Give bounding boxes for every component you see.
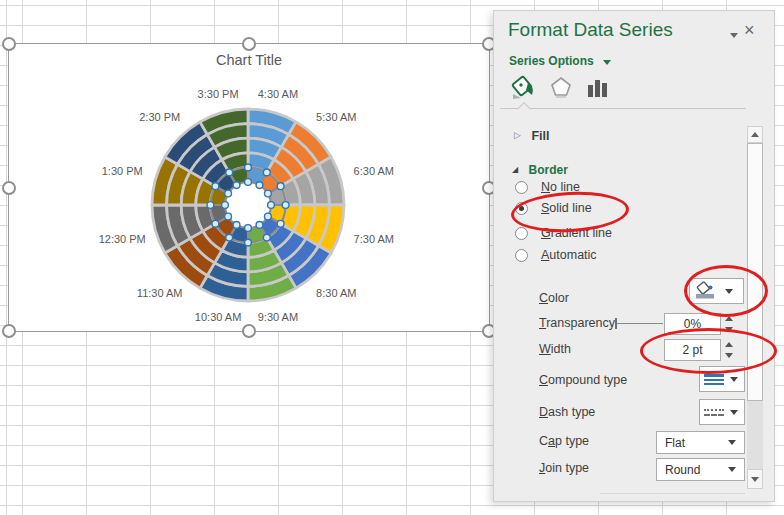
selection-handle[interactable] xyxy=(212,220,219,227)
selection-handle[interactable] xyxy=(226,234,233,241)
width-input[interactable]: 2 pt xyxy=(664,339,721,361)
fill-line-tab[interactable] xyxy=(511,73,539,105)
no-line-label[interactable]: No line xyxy=(541,180,580,194)
selection-handle[interactable] xyxy=(256,222,263,229)
spin-down-icon[interactable] xyxy=(725,327,733,332)
category-label[interactable]: 7:30 AM xyxy=(354,233,394,245)
category-label[interactable]: 4:30 AM xyxy=(258,88,298,100)
selection-handle[interactable] xyxy=(265,190,272,197)
category-label[interactable]: 8:30 AM xyxy=(316,287,356,299)
compound-type-dropdown[interactable] xyxy=(699,366,745,392)
selection-handle[interactable] xyxy=(256,182,263,189)
doughnut-chart[interactable]: 4:30 AM5:30 AM6:30 AM7:30 AM8:30 AM9:30 … xyxy=(98,55,398,355)
category-label[interactable]: 6:30 AM xyxy=(354,165,394,177)
automatic-label[interactable]: Automatic xyxy=(541,248,597,262)
radio-solid-line[interactable] xyxy=(515,202,528,215)
category-label[interactable]: 1:30 PM xyxy=(102,165,143,177)
expanded-triangle-icon: ◢ xyxy=(512,165,518,174)
selection-handle[interactable] xyxy=(268,202,275,209)
close-icon[interactable]: × xyxy=(744,20,755,41)
bar-chart-icon xyxy=(586,75,610,99)
scroll-up-button[interactable] xyxy=(747,126,763,143)
effects-tab[interactable] xyxy=(549,75,573,103)
transparency-slider-track[interactable] xyxy=(617,323,663,324)
fill-section-header[interactable]: ▷ Fill xyxy=(514,126,549,144)
dash-type-dropdown[interactable] xyxy=(699,399,745,425)
selection-handle[interactable] xyxy=(212,183,219,190)
chart-resize-handle[interactable] xyxy=(2,37,16,51)
pane-options-arrow-icon[interactable] xyxy=(730,33,738,38)
selection-handle[interactable] xyxy=(207,202,214,209)
selection-handle[interactable] xyxy=(277,183,284,190)
excel-worksheet: { "chart": { "title": "Chart Title", "ty… xyxy=(0,0,784,515)
selection-handle[interactable] xyxy=(263,234,270,241)
gradient-line-label[interactable]: Gradient line xyxy=(541,226,612,240)
pane-scrollbar[interactable] xyxy=(747,126,763,489)
selection-handle[interactable] xyxy=(245,179,252,186)
selection-handle[interactable] xyxy=(277,220,284,227)
transparency-input[interactable]: 0% xyxy=(664,313,721,335)
selection-handle[interactable] xyxy=(282,202,289,209)
selection-handle[interactable] xyxy=(245,239,252,246)
compound-type-label: Compound type xyxy=(539,373,627,387)
chart-resize-handle[interactable] xyxy=(242,37,256,51)
pane-title: Format Data Series xyxy=(508,19,673,41)
join-type-label: Join type xyxy=(539,461,589,475)
selection-handle[interactable] xyxy=(233,182,240,189)
category-label[interactable]: 9:30 AM xyxy=(258,311,298,323)
selection-handle[interactable] xyxy=(245,225,252,232)
category-label[interactable]: 3:30 PM xyxy=(198,88,239,100)
cap-type-dropdown[interactable]: Flat xyxy=(656,431,745,454)
chart-object[interactable]: Chart Title 4:30 AM5:30 AM6:30 AM7:30 AM… xyxy=(8,43,490,332)
series-options-tab[interactable] xyxy=(586,75,610,103)
cap-type-value: Flat xyxy=(665,436,685,450)
chart-resize-handle[interactable] xyxy=(242,324,256,338)
selection-handle[interactable] xyxy=(265,213,272,220)
selection-handle[interactable] xyxy=(222,202,229,209)
category-label[interactable]: 11:30 AM xyxy=(137,287,183,299)
dropdown-arrow-icon xyxy=(728,467,736,472)
series-options-arrow-icon xyxy=(603,60,611,65)
radio-no-line[interactable] xyxy=(515,181,528,194)
border-section-label: Border xyxy=(529,163,568,177)
pentagon-icon xyxy=(549,75,573,99)
category-label[interactable]: 5:30 AM xyxy=(316,111,356,123)
category-label[interactable]: 10:30 AM xyxy=(195,311,241,323)
compound-lines-icon xyxy=(704,372,724,387)
join-type-dropdown[interactable]: Round xyxy=(656,458,745,481)
collapsed-triangle-icon: ▷ xyxy=(514,130,521,140)
category-label[interactable]: 2:30 PM xyxy=(139,111,180,123)
scroll-down-icon xyxy=(751,477,759,482)
spin-up-icon[interactable] xyxy=(725,316,733,321)
dash-pattern-icon xyxy=(704,407,724,418)
width-spinner[interactable] xyxy=(725,342,733,358)
radio-automatic[interactable] xyxy=(515,249,528,262)
color-label: Color xyxy=(539,291,569,305)
chart-resize-handle[interactable] xyxy=(2,324,16,338)
scroll-up-icon xyxy=(751,132,759,137)
spin-up-icon[interactable] xyxy=(725,342,733,347)
selection-handle[interactable] xyxy=(225,190,232,197)
series-options-label: Series Options xyxy=(509,54,594,68)
chart-resize-handle[interactable] xyxy=(2,181,16,195)
radio-gradient-line[interactable] xyxy=(515,227,528,240)
dropdown-arrow-icon xyxy=(725,289,733,294)
spin-down-icon[interactable] xyxy=(725,353,733,358)
series-options-menu[interactable]: Series Options xyxy=(509,51,611,69)
fill-section-label: Fill xyxy=(531,129,549,143)
dropdown-arrow-icon xyxy=(730,377,738,382)
scroll-down-button[interactable] xyxy=(747,469,763,489)
category-label[interactable]: 12:30 PM xyxy=(99,233,146,245)
selection-handle[interactable] xyxy=(225,213,232,220)
solid-line-label[interactable]: Solid line xyxy=(541,201,592,215)
selection-handle[interactable] xyxy=(263,169,270,176)
transparency-spinner[interactable] xyxy=(725,316,733,332)
width-label: Width xyxy=(539,342,571,356)
border-section-header[interactable]: ◢ Border xyxy=(512,160,568,178)
selection-handle[interactable] xyxy=(245,164,252,171)
selection-handle[interactable] xyxy=(233,222,240,229)
selection-handle[interactable] xyxy=(226,169,233,176)
outline-color-button[interactable] xyxy=(689,278,744,304)
scroll-thumb[interactable] xyxy=(747,143,763,401)
cap-type-label: Cap type xyxy=(539,434,589,448)
